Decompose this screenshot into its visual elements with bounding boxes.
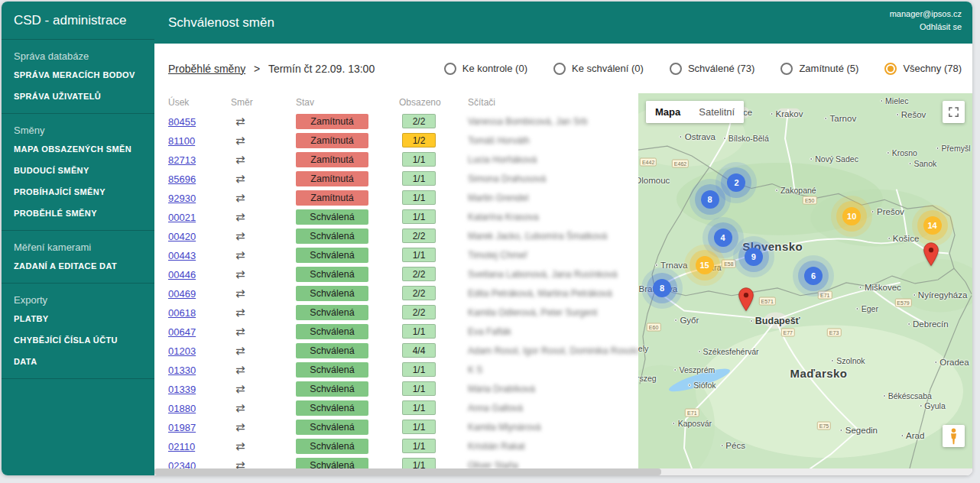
table-row: 01987⇄Schválená1/1Kamila Mlynárová [168, 417, 638, 436]
table-row: 81100⇄Zamítnutá1/2Tomáš Horváth [168, 131, 638, 150]
usek-link[interactable]: 01987 [168, 422, 196, 433]
usek-link[interactable]: 00618 [168, 307, 196, 319]
filter-radio-schvalene-73[interactable]: Schválené (73) [670, 63, 754, 75]
obsazeno-cell: 2/2 [399, 114, 468, 129]
usek-link[interactable]: 00647 [168, 326, 196, 338]
usek-link[interactable]: 00446 [168, 269, 196, 280]
fullscreen-button[interactable] [943, 101, 965, 123]
stav-cell: Schválená [296, 248, 399, 263]
toolbar-row: Proběhlé směny > Termín čt 22.09. 13:00 … [154, 44, 972, 93]
sidebar-item-sprava-uzivatelu[interactable]: SPRÁVA UŽIVATELŮ [2, 86, 154, 107]
scitaci-names: Katarína Krasova [468, 212, 638, 222]
usek-link[interactable]: 82713 [168, 154, 196, 166]
status-badge: Schválená [296, 286, 368, 301]
sidebar-item-zadani-a-editace-dat[interactable]: ZADANÍ A EDITACE DAT [2, 255, 154, 277]
occupancy-badge: 1/1 [402, 439, 436, 453]
sidebar-item-data[interactable]: DATA [2, 351, 154, 372]
usek-cell: 01339 [168, 382, 231, 396]
swap-direction-icon: ⇄ [231, 115, 245, 128]
map-cluster-marker[interactable]: 15 [696, 256, 714, 274]
usek-link[interactable]: 00469 [168, 288, 196, 300]
occupancy-badge: 2/2 [402, 114, 436, 128]
usek-link[interactable]: 85696 [168, 173, 196, 185]
map[interactable]: SlovenskoMaďarskoMielecKatoviceKrakovTar… [638, 93, 972, 468]
map-cluster-marker[interactable]: 14 [923, 216, 942, 235]
usek-link[interactable]: 01880 [168, 403, 196, 414]
logout-link[interactable]: Odhlásit se [890, 21, 962, 34]
stav-cell: Schválená [296, 305, 399, 320]
status-badge: Schválená [296, 305, 368, 320]
map-cluster-marker[interactable]: 4 [714, 229, 732, 247]
map-cluster-marker[interactable]: 6 [804, 267, 823, 285]
map-type-satellite-button[interactable]: Satelitní [690, 101, 744, 123]
usek-link[interactable]: 80455 [168, 116, 196, 128]
map-pin-marker[interactable] [738, 287, 754, 312]
map-cluster-marker[interactable]: 2 [727, 173, 745, 192]
sidebar-item-probehle-smeny[interactable]: PROBĚHLÉ SMĚNY [2, 203, 154, 224]
usek-link[interactable]: 00021 [168, 212, 196, 223]
usek-link[interactable]: 00420 [168, 231, 196, 242]
map-type-map-button[interactable]: Mapa [646, 101, 690, 123]
scrollbar-thumb[interactable] [154, 468, 661, 475]
map-cluster-marker[interactable]: 8 [653, 279, 671, 297]
usek-link[interactable]: 02110 [168, 441, 195, 452]
table-row: 00647⇄Schválená1/1Eva Faflák [168, 322, 638, 341]
usek-link[interactable]: 01330 [168, 365, 196, 376]
smer-cell: ⇄ [231, 229, 296, 243]
sidebar-item-mapa-obsazenych-smen[interactable]: MAPA OBSAZENÝCH SMĚN [2, 138, 154, 160]
usek-cell: 00021 [168, 210, 231, 224]
smer-cell: ⇄ [231, 439, 296, 453]
table-row: 00443⇄Schválená1/1Timotej Chmeľ [168, 245, 638, 264]
horizontal-scrollbar[interactable] [154, 468, 972, 475]
table-row: 01880⇄Schválená1/1Anna Gallová [168, 398, 638, 417]
smer-cell: ⇄ [231, 172, 296, 186]
usek-cell: 00618 [168, 306, 231, 319]
filter-label: Všechny (78) [903, 63, 962, 74]
usek-link[interactable]: 81100 [168, 135, 195, 147]
map-cluster-marker[interactable]: 9 [745, 248, 763, 266]
sidebar-item-sprava-meracich-bodov[interactable]: SPRÁVA MERACÍCH BODOV [2, 64, 154, 86]
breadcrumb-link[interactable]: Proběhlé směny [168, 63, 245, 75]
stav-cell: Schválená [296, 439, 399, 454]
swap-direction-icon: ⇄ [231, 382, 245, 395]
map-pin-marker[interactable] [923, 242, 939, 267]
sidebar-item-probihajici-smeny[interactable]: PROBÍHAJÍCÍ SMĚNY [2, 181, 154, 203]
smer-cell: ⇄ [231, 344, 296, 358]
usek-cell: 01987 [168, 420, 231, 434]
map-cluster-marker[interactable]: 10 [842, 207, 861, 225]
filter-radio-ke-schvaleni-0[interactable]: Ke schválení (0) [553, 63, 644, 75]
usek-link[interactable]: 00443 [168, 250, 196, 261]
filter-radio-zamitnute-5[interactable]: Zamítnuté (5) [780, 63, 858, 75]
stav-cell: Zamítnutá [296, 190, 399, 206]
sidebar-item-chybejici-cisla-uctu[interactable]: CHYBĚJÍCÍ ČÍSLA ÚČTU [2, 329, 154, 351]
filter-radio-vsechny-78[interactable]: Všechny (78) [884, 63, 962, 75]
status-badge: Schválená [296, 362, 368, 378]
status-badge: Schválená [296, 420, 368, 435]
occupancy-badge: 2/2 [402, 286, 436, 300]
obsazeno-cell: 1/2 [399, 133, 468, 148]
usek-cell: 00443 [168, 248, 231, 262]
usek-link[interactable]: 01339 [168, 384, 196, 395]
sidebar-item-platby[interactable]: PLATBY [2, 308, 154, 329]
usek-cell: 00647 [168, 325, 231, 339]
scitaci-names: Kamila Mlynárová [468, 422, 638, 433]
usek-link[interactable]: 92930 [168, 193, 196, 204]
breadcrumb-current: Termín čt 22.09. 13:00 [268, 63, 375, 75]
swap-direction-icon: ⇄ [231, 172, 245, 185]
stav-cell: Zamítnutá [296, 133, 399, 148]
occupancy-badge: 2/2 [402, 229, 436, 243]
stav-cell: Schválená [296, 286, 399, 301]
smer-cell: ⇄ [231, 248, 296, 262]
pegman-button[interactable] [943, 425, 965, 447]
map-markers: 284968101415 [638, 93, 972, 468]
filter-radio-ke-kontrole-0[interactable]: Ke kontrole (0) [444, 63, 527, 75]
sidebar-section-label: Směny [2, 117, 154, 138]
usek-link[interactable]: 01203 [168, 345, 196, 357]
occupancy-badge: 1/1 [402, 420, 436, 434]
obsazeno-cell: 2/2 [399, 305, 468, 320]
table-row: 01339⇄Schválená1/1Mária Drabíková [168, 379, 638, 398]
smer-cell: ⇄ [231, 210, 296, 224]
sidebar-item-budouci-smeny[interactable]: BUDOUCÍ SMĚNY [2, 160, 154, 181]
map-cluster-marker[interactable]: 8 [701, 190, 719, 209]
usek-cell: 01330 [168, 363, 231, 377]
